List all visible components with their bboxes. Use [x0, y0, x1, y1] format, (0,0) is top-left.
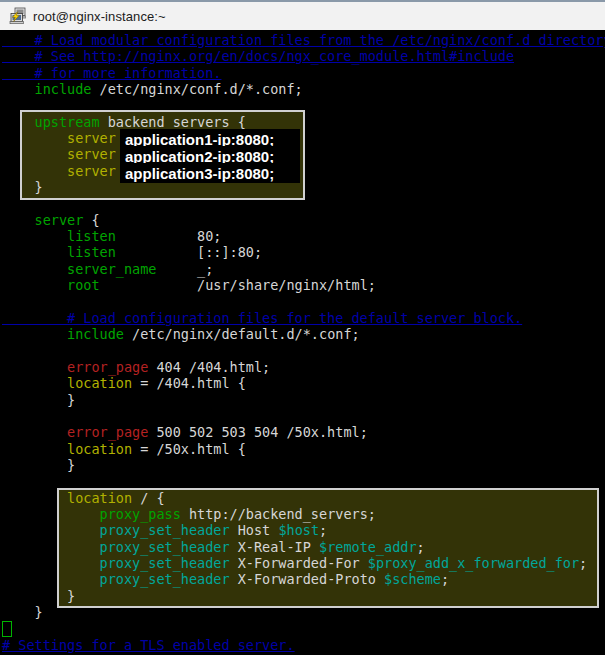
server-address-label-3: application3-ip:8080; [120, 163, 300, 183]
code-line: # Load configuration files for the defau… [2, 310, 605, 326]
code-line [2, 620, 605, 636]
code-line [2, 97, 605, 113]
code-line: proxy_set_header Host $host; [2, 522, 605, 538]
code-line: # See http://nginx.org/en/docs/ngx_core_… [2, 48, 605, 64]
code-line: server { [2, 212, 605, 228]
code-line [2, 408, 605, 424]
putty-window: root@nginx-instance:~ # Load modular con… [0, 0, 605, 655]
code-line: } [2, 604, 605, 620]
annotation-text: application2-ip:8080; [125, 148, 274, 165]
code-line: } [2, 588, 605, 604]
code-line: location = /404.html { [2, 375, 605, 391]
putty-icon[interactable] [8, 7, 26, 25]
code-line: location = /50x.html { [2, 441, 605, 457]
code-line: } [2, 179, 605, 195]
code-line: server [2, 146, 605, 162]
code-line: upstream backend_servers { [2, 114, 605, 130]
code-line: root /usr/share/nginx/html; [2, 277, 605, 293]
terminal-cursor [2, 621, 12, 637]
code-line: include /etc/nginx/conf.d/*.conf; [2, 81, 605, 97]
annotation-text: application3-ip:8080; [125, 165, 274, 182]
code-line: error_page 500 502 503 504 /50x.html; [2, 424, 605, 440]
code-line [2, 195, 605, 211]
code-line: server [2, 130, 605, 146]
terminal-screen[interactable]: # Load modular configuration files from … [0, 30, 605, 655]
code-line: proxy_pass http://backend_servers; [2, 506, 605, 522]
code-line: include /etc/nginx/default.d/*.conf; [2, 326, 605, 342]
code-line: listen 80; [2, 228, 605, 244]
code-line: } [2, 457, 605, 473]
code-line: listen [::]:80; [2, 244, 605, 260]
code-line: # Settings for a TLS enabled server. [2, 637, 605, 653]
code-line: # Load modular configuration files from … [2, 32, 605, 48]
code-line: proxy_set_header X-Forwarded-Proto $sche… [2, 571, 605, 587]
code-line: error_page 404 /404.html; [2, 359, 605, 375]
code-line: proxy_set_header X-Real-IP $remote_addr; [2, 539, 605, 555]
annotation-text: application1-ip:8080; [125, 131, 274, 148]
window-title: root@nginx-instance:~ [33, 9, 166, 24]
code-line: # for more information. [2, 65, 605, 81]
code-line: server_name _; [2, 261, 605, 277]
code-line [2, 294, 605, 310]
code-line: } [2, 392, 605, 408]
code-lines: # Load modular configuration files from … [2, 32, 605, 653]
code-line [2, 473, 605, 489]
window-titlebar[interactable]: root@nginx-instance:~ [0, 0, 605, 30]
code-line: proxy_set_header X-Forwarded-For $proxy_… [2, 555, 605, 571]
code-line [2, 343, 605, 359]
code-line: location / { [2, 490, 605, 506]
code-line: server [2, 163, 605, 179]
